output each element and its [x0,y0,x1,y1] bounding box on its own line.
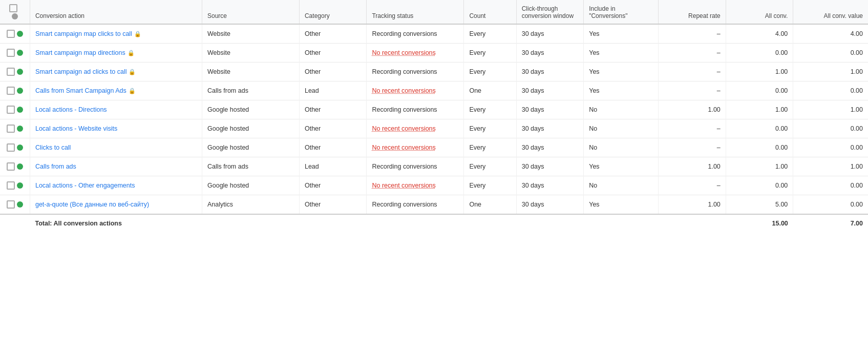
row-category: Other [299,138,367,157]
table-row: Clicks to callGoogle hostedOtherNo recen… [0,138,868,157]
row-checkbox[interactable] [7,200,15,209]
row-checkbox[interactable] [7,143,15,152]
row-allconv: 1.00 [726,63,793,81]
conversion-action-link[interactable]: Local actions - Other engagements [35,182,135,189]
row-allconv: 0.00 [726,81,793,100]
row-include: Yes [584,63,659,81]
total-check-cell [0,214,30,232]
row-status-icon [17,201,23,208]
row-count: Every [464,100,516,119]
row-source: Website [202,44,300,63]
table-row: Local actions - Website visitsGoogle hos… [0,119,868,138]
row-count: Every [464,63,516,81]
lock-icon: 🔒 [129,88,136,94]
row-repeat: – [659,24,726,44]
tracking-text: No recent conversions [372,49,435,56]
row-allconvval: 0.00 [793,195,868,215]
row-count: Every [464,24,516,44]
row-checkbox[interactable] [7,125,15,133]
tracking-text: No recent conversions [372,125,435,132]
row-tracking-status: Recording conversions [367,63,464,81]
row-source: Google hosted [202,100,300,119]
conversion-action-link[interactable]: Smart campaign map clicks to call [35,30,132,37]
table-row: Local actions - DirectionsGoogle hostedO… [0,100,868,119]
row-source: Google hosted [202,138,300,157]
tracking-text: Recording conversions [372,201,437,208]
conversion-action-link[interactable]: Smart campaign map directions [35,49,125,56]
row-window: 30 days [516,157,584,176]
row-window: 30 days [516,119,584,138]
total-window-cell [516,214,584,232]
row-allconvval: 4.00 [793,24,868,44]
row-tracking-status: Recording conversions [367,195,464,215]
row-allconvval: 0.00 [793,81,868,100]
row-checkbox[interactable] [7,49,15,57]
header-conversion-action: Conversion action [30,0,202,24]
row-count: Every [464,157,516,176]
row-count: One [464,195,516,215]
row-name-cell: Local actions - Other engagements [30,176,202,195]
row-count: Every [464,138,516,157]
conversion-action-link[interactable]: Clicks to call [35,144,71,151]
row-allconv: 4.00 [726,24,793,44]
row-checkbox-cell [0,138,30,157]
row-tracking-status: Recording conversions [367,100,464,119]
row-status-icon [17,182,23,189]
total-count-cell [464,214,516,232]
row-source: Calls from ads [202,157,300,176]
tracking-text: Recording conversions [372,163,437,170]
header-allconvval: All conv. value [793,0,868,24]
row-status-icon [17,145,23,151]
row-checkbox-cell [0,119,30,138]
tracking-text: Recording conversions [372,106,437,113]
table-row: Calls from adsCalls from adsLeadRecordin… [0,157,868,176]
row-checkbox[interactable] [7,87,15,95]
row-include: Yes [584,24,659,44]
row-repeat: – [659,44,726,63]
conversion-action-link[interactable]: get-a-quote (Все данные по веб-сайту) [35,201,149,208]
total-row: Total: All conversion actions 15.00 7.00 [0,214,868,232]
row-checkbox[interactable] [7,181,15,190]
header-count: Count [464,0,516,24]
row-status-icon [17,126,23,132]
row-checkbox[interactable] [7,162,15,171]
row-name-cell: Local actions - Directions [30,100,202,119]
conversion-action-link[interactable]: Local actions - Directions [35,106,107,113]
total-include-cell [584,214,659,232]
total-category-cell [299,214,367,232]
row-repeat: 1.00 [659,157,726,176]
row-checkbox[interactable] [7,30,15,38]
table-row: get-a-quote (Все данные по веб-сайту)Ana… [0,195,868,215]
row-repeat: – [659,119,726,138]
row-source: Google hosted [202,176,300,195]
row-name-cell: get-a-quote (Все данные по веб-сайту) [30,195,202,215]
row-name-cell: Smart campaign map clicks to call🔒 [30,24,202,44]
conversion-action-link[interactable]: Local actions - Website visits [35,125,117,132]
lock-icon: 🔒 [129,69,136,75]
row-name-cell: Local actions - Website visits [30,119,202,138]
row-tracking-status: No recent conversions [367,44,464,63]
tracking-text: Recording conversions [372,30,437,37]
row-checkbox[interactable] [7,68,15,76]
row-allconv: 1.00 [726,100,793,119]
lock-icon: 🔒 [128,50,135,56]
tracking-text: No recent conversions [372,144,435,151]
row-tracking-status: Recording conversions [367,157,464,176]
row-allconv: 5.00 [726,195,793,215]
conversion-action-link[interactable]: Smart campaign ad clicks to call [35,68,127,75]
tracking-text: Recording conversions [372,68,437,75]
row-allconv: 0.00 [726,44,793,63]
row-tracking-status: No recent conversions [367,81,464,100]
conversion-action-link[interactable]: Calls from ads [35,163,76,170]
table-row: Calls from Smart Campaign Ads🔒Calls from… [0,81,868,100]
conversion-action-link[interactable]: Calls from Smart Campaign Ads [35,87,126,94]
row-window: 30 days [516,81,584,100]
row-include: No [584,176,659,195]
header-checkbox[interactable] [9,4,17,12]
row-count: One [464,81,516,100]
row-checkbox-cell [0,100,30,119]
row-checkbox[interactable] [7,106,15,114]
header-checkbox-col [0,0,30,24]
row-count: Every [464,44,516,63]
row-source: Calls from ads [202,81,300,100]
